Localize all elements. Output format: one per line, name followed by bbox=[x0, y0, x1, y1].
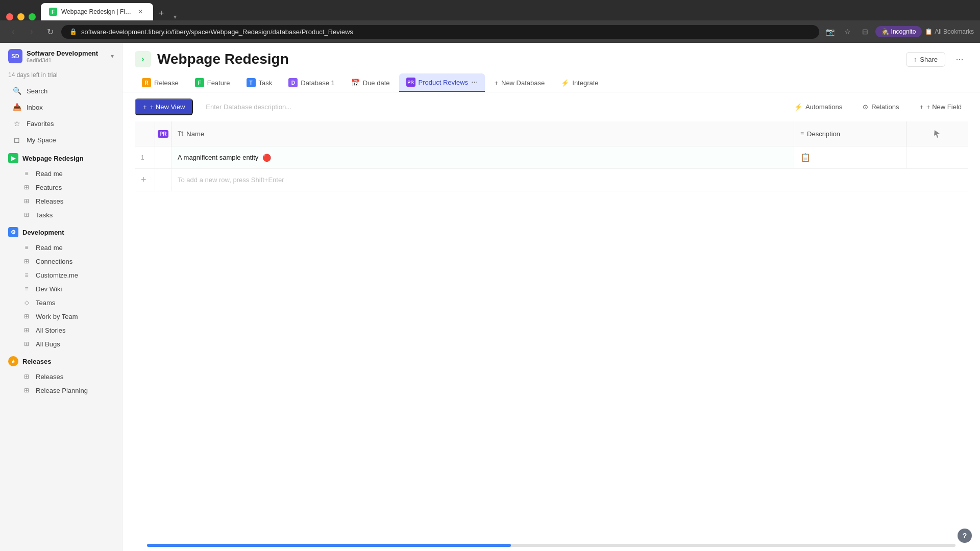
my-space-icon: ◻ bbox=[12, 135, 21, 144]
sidebar-item-all-stories[interactable]: ⊞ All Stories bbox=[4, 323, 118, 337]
back-btn[interactable]: ‹ bbox=[6, 24, 20, 39]
devwiki-icon: ≡ bbox=[22, 285, 31, 293]
td-desc-1[interactable]: 📋 bbox=[794, 146, 906, 168]
workspace-chevron-icon[interactable]: ▾ bbox=[111, 53, 114, 60]
db-tab-database1[interactable]: D Database 1 bbox=[281, 74, 342, 91]
th-add-col bbox=[906, 121, 968, 146]
add-row-hint: To add a new row, press Shift+Enter bbox=[172, 169, 968, 191]
window-minimize-btn[interactable] bbox=[17, 13, 24, 20]
feature-tab-icon: F bbox=[195, 78, 204, 87]
db1-tab-icon: D bbox=[288, 78, 298, 87]
sidebar-item-releases-1[interactable]: ⊞ Releases bbox=[4, 194, 118, 208]
url-text: software-development.fibery.io/fibery/sp… bbox=[81, 28, 811, 36]
td-row-num-1: 1 bbox=[135, 146, 155, 168]
sidebar-item-readme-1[interactable]: ≡ Read me bbox=[4, 167, 118, 180]
pr-badge: PR bbox=[158, 130, 169, 138]
db-tab-duedate[interactable]: 📅 Due date bbox=[344, 74, 397, 91]
workspace-info[interactable]: SD Software Development 6ad8d3d1 bbox=[8, 49, 98, 63]
relations-btn[interactable]: ⊙ Relations bbox=[856, 100, 905, 114]
db-tab-release[interactable]: R Release bbox=[135, 74, 186, 91]
browser-toolbar-icons: 📷 ☆ ⊟ 🕵 Incognito 📋 All Bookmarks bbox=[823, 24, 974, 39]
share-button[interactable]: ↑ Share bbox=[906, 52, 945, 67]
tasks-icon: ⊞ bbox=[22, 211, 31, 219]
readme-icon-1: ≡ bbox=[22, 169, 31, 178]
address-bar[interactable]: 🔒 software-development.fibery.io/fibery/… bbox=[61, 25, 819, 39]
sidebar-item-releases-2[interactable]: ⊞ Releases bbox=[4, 370, 118, 383]
table-header: PR Tt Name ≡ Description bbox=[135, 121, 968, 146]
sidebar-item-tasks[interactable]: ⊞ Tasks bbox=[4, 208, 118, 221]
window-close-btn[interactable] bbox=[6, 13, 13, 20]
sidebar-item-favorites[interactable]: ☆ Favorites bbox=[4, 116, 118, 131]
sidebar-item-my-space[interactable]: ◻ My Space bbox=[4, 132, 118, 147]
more-options-btn[interactable]: ··· bbox=[951, 51, 968, 67]
db-tab-product-reviews[interactable]: PR Product Reviews ··· bbox=[399, 73, 485, 92]
main-content: › Webpage Redesign ↑ Share ··· R Release… bbox=[122, 43, 980, 551]
tab-title: Webpage Redesign | Fibery bbox=[61, 8, 132, 15]
plus-view-icon: + bbox=[143, 103, 147, 111]
td-pr-add bbox=[155, 169, 172, 191]
sidebar-item-all-bugs[interactable]: ⊞ All Bugs bbox=[4, 337, 118, 350]
sidebar-item-connections[interactable]: ⊞ Connections bbox=[4, 255, 118, 268]
th-description: ≡ Description bbox=[794, 121, 906, 146]
sidebar-item-teams[interactable]: ◇ Teams bbox=[4, 296, 118, 309]
sidebar-section-releases: ★ Releases ⊞ Releases ⊞ Release Planning bbox=[0, 353, 122, 397]
db-description-input[interactable]: Enter Database description... bbox=[199, 99, 782, 115]
new-field-icon: + bbox=[919, 103, 923, 111]
new-tab-btn[interactable]: + bbox=[154, 6, 168, 20]
tab-more-btn[interactable]: ··· bbox=[471, 78, 478, 87]
automations-btn[interactable]: ⚡ Automations bbox=[788, 100, 848, 114]
tab-close-btn[interactable]: ✕ bbox=[136, 7, 145, 16]
new-field-btn[interactable]: + + New Field bbox=[913, 100, 968, 114]
workspace-id: 6ad8d3d1 bbox=[27, 57, 98, 63]
search-icon: 🔍 bbox=[12, 86, 21, 95]
sidebar-item-readme-2[interactable]: ≡ Read me bbox=[4, 241, 118, 254]
refresh-btn[interactable]: ↻ bbox=[43, 24, 57, 39]
address-bar-row: ‹ › ↻ 🔒 software-development.fibery.io/f… bbox=[0, 20, 980, 43]
db-tab-feature[interactable]: F Feature bbox=[188, 74, 237, 91]
sidebar-item-search[interactable]: 🔍 Search bbox=[4, 83, 118, 98]
window-maximize-btn[interactable] bbox=[29, 13, 36, 20]
sidebar-item-customize[interactable]: ≡ Customize.me bbox=[4, 268, 118, 282]
inbox-icon: 📥 bbox=[12, 103, 21, 112]
bookmarks-btn[interactable]: 📋 All Bookmarks bbox=[925, 28, 974, 35]
sidebar-item-features[interactable]: ⊞ Features bbox=[4, 181, 118, 194]
add-row-plus-icon[interactable]: + bbox=[141, 174, 146, 185]
expand-arrow-btn[interactable]: › bbox=[135, 51, 151, 67]
sidebar-item-work-by-team[interactable]: ⊞ Work by Team bbox=[4, 310, 118, 323]
h-scrollbar-thumb bbox=[147, 544, 511, 547]
all-bugs-icon: ⊞ bbox=[22, 340, 31, 348]
td-add-icon: + bbox=[135, 169, 155, 191]
sidebar-item-inbox[interactable]: 📥 Inbox bbox=[4, 99, 118, 115]
h-scrollbar[interactable] bbox=[147, 544, 955, 547]
app: SD Software Development 6ad8d3d1 ▾ 14 da… bbox=[0, 43, 980, 551]
help-btn[interactable]: ? bbox=[958, 529, 972, 543]
th-row-num bbox=[135, 121, 155, 146]
db-tab-task[interactable]: T Task bbox=[239, 74, 280, 91]
new-database-btn[interactable]: + New Database bbox=[487, 75, 552, 91]
release-planning-icon: ⊞ bbox=[22, 386, 31, 394]
star-icon[interactable]: ☆ bbox=[841, 24, 855, 39]
sidebar-item-release-planning[interactable]: ⊞ Release Planning bbox=[4, 384, 118, 397]
td-name-1[interactable]: A magnificent sample entity 🔴 bbox=[172, 146, 794, 168]
name-col-icon: Tt bbox=[178, 130, 183, 137]
workspace-details: Software Development 6ad8d3d1 bbox=[27, 49, 98, 63]
work-by-team-icon: ⊞ bbox=[22, 312, 31, 320]
new-view-btn[interactable]: + + New View bbox=[135, 98, 193, 115]
tab-history-btn[interactable]: ▾ bbox=[174, 13, 177, 20]
sidebar-section-dev-header[interactable]: ⚙ Development bbox=[0, 224, 122, 240]
forward-btn[interactable]: › bbox=[24, 24, 39, 39]
integrate-btn[interactable]: ⚡ Integrate bbox=[554, 75, 605, 91]
releases-icon-2: ⊞ bbox=[22, 372, 31, 381]
cursor-svg bbox=[932, 129, 942, 139]
tab-bar: F Webpage Redesign | Fibery ✕ + ▾ bbox=[0, 0, 980, 20]
add-column-btn[interactable] bbox=[930, 127, 944, 141]
toolbar-right: ⚡ Automations ⊙ Relations + + New Field bbox=[788, 100, 968, 114]
camera-icon[interactable]: 📷 bbox=[823, 24, 838, 39]
layout-icon[interactable]: ⊟ bbox=[858, 24, 872, 39]
duedate-tab-icon: 📅 bbox=[351, 79, 360, 87]
sidebar-section-releases-header[interactable]: ★ Releases bbox=[0, 353, 122, 369]
browser-tab-active[interactable]: F Webpage Redesign | Fibery ✕ bbox=[41, 3, 153, 20]
incognito-btn[interactable]: 🕵 Incognito bbox=[875, 26, 922, 37]
sidebar-section-webpage-header[interactable]: ▶ Webpage Redesign bbox=[0, 150, 122, 166]
sidebar-item-devwiki[interactable]: ≡ Dev Wiki bbox=[4, 282, 118, 295]
